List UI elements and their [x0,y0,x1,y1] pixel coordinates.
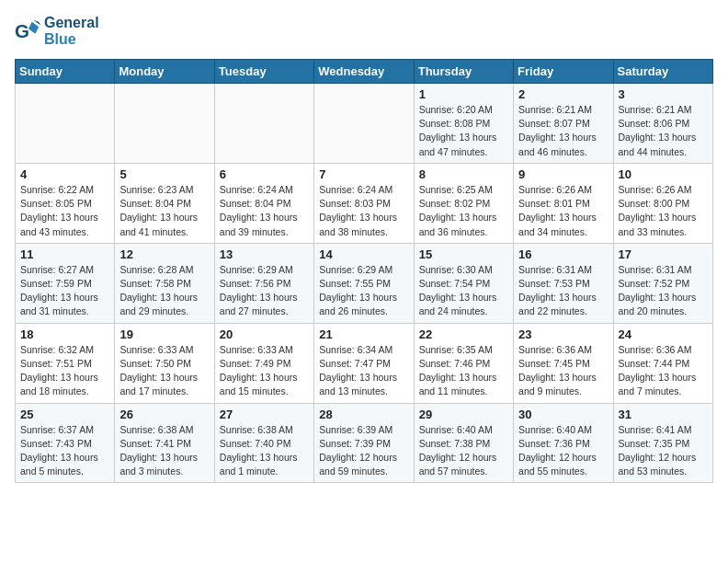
day-info: Sunrise: 6:31 AMSunset: 7:52 PMDaylight:… [619,263,708,319]
calendar-week-1: 1Sunrise: 6:20 AMSunset: 8:08 PMDaylight… [16,84,713,164]
day-info: Sunrise: 6:29 AMSunset: 7:55 PMDaylight:… [319,263,408,319]
day-number: 13 [220,247,309,261]
calendar-cell: 26Sunrise: 6:38 AMSunset: 7:41 PMDayligh… [115,403,214,483]
day-info: Sunrise: 6:26 AMSunset: 8:00 PMDaylight:… [619,183,708,239]
day-info: Sunrise: 6:33 AMSunset: 7:50 PMDaylight:… [119,343,209,399]
day-info: Sunrise: 6:36 AMSunset: 7:44 PMDaylight:… [619,343,708,399]
calendar-cell [115,84,214,164]
day-info: Sunrise: 6:32 AMSunset: 7:51 PMDaylight:… [20,343,109,399]
calendar-cell: 19Sunrise: 6:33 AMSunset: 7:50 PMDayligh… [115,323,214,403]
weekday-header-tuesday: Tuesday [214,60,313,84]
calendar-cell: 11Sunrise: 6:27 AMSunset: 7:59 PMDayligh… [16,243,115,323]
day-number: 3 [619,87,708,101]
day-number: 25 [20,408,109,421]
calendar-cell: 21Sunrise: 6:34 AMSunset: 7:47 PMDayligh… [314,323,414,403]
logo: G General Blue [15,15,99,48]
day-number: 30 [518,408,608,421]
day-number: 6 [220,167,309,181]
calendar-cell: 27Sunrise: 6:38 AMSunset: 7:40 PMDayligh… [214,403,313,483]
weekday-header-wednesday: Wednesday [314,60,414,84]
day-number: 10 [619,167,708,181]
day-info: Sunrise: 6:38 AMSunset: 7:41 PMDaylight:… [119,423,209,479]
day-info: Sunrise: 6:24 AMSunset: 8:03 PMDaylight:… [319,183,408,239]
day-number: 23 [518,327,608,341]
day-info: Sunrise: 6:22 AMSunset: 8:05 PMDaylight:… [20,183,109,239]
calendar-week-3: 11Sunrise: 6:27 AMSunset: 7:59 PMDayligh… [16,243,713,323]
day-info: Sunrise: 6:29 AMSunset: 7:56 PMDaylight:… [220,263,309,319]
day-number: 27 [220,408,309,421]
day-number: 2 [518,87,608,101]
day-number: 31 [619,408,708,421]
calendar-cell [314,84,414,164]
calendar-cell: 29Sunrise: 6:40 AMSunset: 7:38 PMDayligh… [414,403,513,483]
svg-marker-1 [28,22,39,34]
logo-text: General Blue [44,15,99,48]
day-number: 19 [119,327,209,341]
calendar-cell: 25Sunrise: 6:37 AMSunset: 7:43 PMDayligh… [16,403,115,483]
day-info: Sunrise: 6:36 AMSunset: 7:45 PMDaylight:… [518,343,608,399]
day-number: 4 [20,167,109,181]
day-number: 16 [518,247,608,261]
page-header: G General Blue [15,15,713,48]
calendar-cell: 1Sunrise: 6:20 AMSunset: 8:08 PMDaylight… [414,84,513,164]
day-info: Sunrise: 6:24 AMSunset: 8:04 PMDaylight:… [220,183,309,239]
calendar-cell: 17Sunrise: 6:31 AMSunset: 7:52 PMDayligh… [613,243,712,323]
day-info: Sunrise: 6:34 AMSunset: 7:47 PMDaylight:… [319,343,408,399]
calendar-week-2: 4Sunrise: 6:22 AMSunset: 8:05 PMDaylight… [16,163,713,243]
svg-text:G: G [15,20,29,41]
calendar-cell: 2Sunrise: 6:21 AMSunset: 8:07 PMDaylight… [514,84,613,164]
day-info: Sunrise: 6:27 AMSunset: 7:59 PMDaylight:… [20,263,109,319]
calendar-cell: 5Sunrise: 6:23 AMSunset: 8:04 PMDaylight… [115,163,214,243]
day-number: 8 [419,167,508,181]
calendar-cell: 13Sunrise: 6:29 AMSunset: 7:56 PMDayligh… [214,243,313,323]
calendar-cell: 15Sunrise: 6:30 AMSunset: 7:54 PMDayligh… [414,243,513,323]
day-number: 28 [319,408,408,421]
calendar-cell: 24Sunrise: 6:36 AMSunset: 7:44 PMDayligh… [613,323,712,403]
day-number: 9 [518,167,608,181]
day-number: 15 [419,247,508,261]
day-number: 20 [220,327,309,341]
day-info: Sunrise: 6:39 AMSunset: 7:39 PMDaylight:… [319,423,408,479]
day-number: 1 [419,87,508,101]
day-number: 21 [319,327,408,341]
calendar-cell: 7Sunrise: 6:24 AMSunset: 8:03 PMDaylight… [314,163,414,243]
day-info: Sunrise: 6:20 AMSunset: 8:08 PMDaylight:… [419,103,508,159]
day-number: 7 [319,167,408,181]
logo-icon: G [15,18,40,44]
day-info: Sunrise: 6:21 AMSunset: 8:07 PMDaylight:… [518,103,608,159]
day-info: Sunrise: 6:30 AMSunset: 7:54 PMDaylight:… [419,263,508,319]
calendar-cell: 4Sunrise: 6:22 AMSunset: 8:05 PMDaylight… [16,163,115,243]
calendar-cell: 30Sunrise: 6:40 AMSunset: 7:36 PMDayligh… [514,403,613,483]
day-number: 26 [119,408,209,421]
calendar-cell [16,84,115,164]
day-number: 5 [119,167,209,181]
day-number: 11 [20,247,109,261]
weekday-header-friday: Friday [514,60,613,84]
calendar-cell: 18Sunrise: 6:32 AMSunset: 7:51 PMDayligh… [16,323,115,403]
day-info: Sunrise: 6:25 AMSunset: 8:02 PMDaylight:… [419,183,508,239]
calendar-week-5: 25Sunrise: 6:37 AMSunset: 7:43 PMDayligh… [16,403,713,483]
weekday-header-sunday: Sunday [16,60,115,84]
calendar-cell [214,84,313,164]
calendar-cell: 10Sunrise: 6:26 AMSunset: 8:00 PMDayligh… [613,163,712,243]
weekday-header-saturday: Saturday [613,60,712,84]
calendar-cell: 9Sunrise: 6:26 AMSunset: 8:01 PMDaylight… [514,163,613,243]
weekday-header-monday: Monday [115,60,214,84]
day-number: 18 [20,327,109,341]
day-info: Sunrise: 6:38 AMSunset: 7:40 PMDaylight:… [220,423,309,479]
day-info: Sunrise: 6:40 AMSunset: 7:36 PMDaylight:… [518,423,608,479]
day-info: Sunrise: 6:40 AMSunset: 7:38 PMDaylight:… [419,423,508,479]
day-info: Sunrise: 6:21 AMSunset: 8:06 PMDaylight:… [619,103,708,159]
calendar-cell: 12Sunrise: 6:28 AMSunset: 7:58 PMDayligh… [115,243,214,323]
calendar-cell: 8Sunrise: 6:25 AMSunset: 8:02 PMDaylight… [414,163,513,243]
calendar-cell: 16Sunrise: 6:31 AMSunset: 7:53 PMDayligh… [514,243,613,323]
calendar-header: SundayMondayTuesdayWednesdayThursdayFrid… [16,60,713,84]
calendar-cell: 20Sunrise: 6:33 AMSunset: 7:49 PMDayligh… [214,323,313,403]
day-number: 14 [319,247,408,261]
weekday-header-thursday: Thursday [414,60,513,84]
calendar-cell: 6Sunrise: 6:24 AMSunset: 8:04 PMDaylight… [214,163,313,243]
day-info: Sunrise: 6:23 AMSunset: 8:04 PMDaylight:… [119,183,209,239]
day-info: Sunrise: 6:35 AMSunset: 7:46 PMDaylight:… [419,343,508,399]
calendar-cell: 28Sunrise: 6:39 AMSunset: 7:39 PMDayligh… [314,403,414,483]
calendar-cell: 3Sunrise: 6:21 AMSunset: 8:06 PMDaylight… [613,84,712,164]
